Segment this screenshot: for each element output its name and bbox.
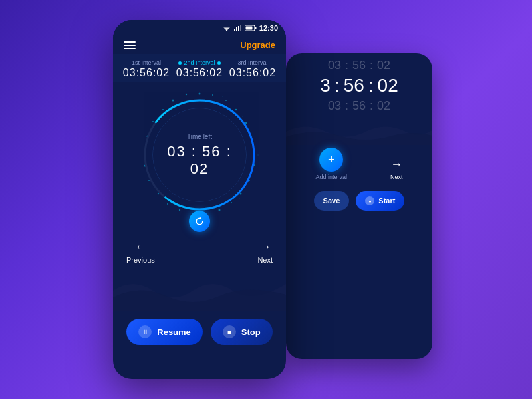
top-bar-front: Upgrade bbox=[113, 36, 286, 54]
resume-button[interactable]: ⏸ Resume bbox=[126, 319, 203, 345]
start-button[interactable]: ● Start bbox=[356, 191, 404, 211]
wave-area-back bbox=[286, 118, 432, 145]
pause-icon: ⏸ bbox=[138, 325, 152, 338]
svg-rect-9 bbox=[245, 27, 252, 30]
big-time-area: 03 : 56 : 02 3 : 56 : 02 03 : 56 : 02 bbox=[286, 53, 432, 118]
interval-2-label: 2nd Interval bbox=[173, 59, 226, 66]
svg-rect-3 bbox=[234, 29, 235, 31]
svg-point-30 bbox=[167, 203, 168, 205]
colon-top-2: : bbox=[370, 59, 373, 72]
svg-point-12 bbox=[186, 94, 187, 95]
refresh-button[interactable] bbox=[189, 211, 210, 232]
minutes-center: 56 bbox=[344, 75, 364, 96]
upgrade-button[interactable]: Upgrade bbox=[240, 40, 275, 50]
svg-point-14 bbox=[172, 100, 174, 102]
previous-label: Previous bbox=[126, 256, 155, 264]
next-nav[interactable]: → Next bbox=[257, 240, 273, 264]
interval-1[interactable]: 1st Interval 03:56:02 bbox=[120, 59, 173, 79]
next-label-back: Next bbox=[390, 174, 403, 180]
hours-bottom: 03 bbox=[328, 99, 341, 113]
next-label: Next bbox=[257, 256, 273, 264]
timer-display: 03 : 56 : 02 bbox=[166, 143, 233, 178]
add-next-row: + Add interval → Next bbox=[286, 145, 432, 186]
colon-center-2: : bbox=[368, 75, 374, 96]
status-bar-front: 12:30 bbox=[113, 20, 286, 36]
colon-center-1: : bbox=[334, 75, 340, 96]
svg-point-16 bbox=[162, 109, 164, 110]
timer-circle: Time left 03 : 56 : 02 bbox=[133, 88, 266, 221]
wave-area-front bbox=[113, 271, 286, 311]
minutes-bottom: 56 bbox=[352, 99, 366, 113]
svg-point-29 bbox=[231, 202, 232, 203]
stop-label: Stop bbox=[241, 327, 261, 337]
phone-front: 12:30 Upgrade 1st Interval 03:56:02 2nd … bbox=[113, 20, 286, 379]
svg-point-18 bbox=[152, 121, 154, 122]
interval-2[interactable]: 2nd Interval 03:56:02 bbox=[173, 59, 226, 79]
stop-button[interactable]: ■ Stop bbox=[211, 319, 273, 345]
svg-point-13 bbox=[225, 100, 227, 101]
svg-point-36 bbox=[242, 116, 243, 117]
hours-top: 03 bbox=[328, 59, 341, 72]
interval-2-time: 03:56:02 bbox=[173, 67, 226, 79]
start-dot-icon: ● bbox=[365, 196, 374, 205]
hamburger-menu[interactable] bbox=[124, 41, 136, 49]
resume-label: Resume bbox=[157, 327, 191, 337]
svg-point-15 bbox=[235, 109, 237, 110]
svg-point-31 bbox=[219, 209, 221, 211]
svg-rect-4 bbox=[236, 27, 237, 31]
timer-area: Time left 03 : 56 : 02 bbox=[113, 82, 286, 221]
start-label: Start bbox=[378, 197, 395, 205]
stop-icon: ■ bbox=[223, 325, 236, 338]
active-dot2 bbox=[217, 61, 221, 65]
right-arrow-icon: → bbox=[259, 240, 271, 254]
add-interval-label: Add interval bbox=[315, 174, 347, 180]
minutes-top: 56 bbox=[352, 59, 366, 72]
intervals-row: 1st Interval 03:56:02 2nd Interval 03:56… bbox=[113, 54, 286, 82]
previous-nav[interactable]: ← Previous bbox=[126, 240, 155, 264]
refresh-icon bbox=[194, 216, 205, 227]
svg-point-10 bbox=[199, 93, 201, 95]
timer-inner: Time left 03 : 56 : 02 bbox=[166, 133, 233, 178]
add-interval-col: + Add interval bbox=[315, 148, 347, 180]
hours-center: 3 bbox=[320, 75, 331, 96]
wave-svg bbox=[113, 271, 286, 311]
svg-rect-8 bbox=[255, 27, 256, 29]
bottom-buttons: ⏸ Resume ■ Stop bbox=[113, 311, 286, 356]
wave-svg-back bbox=[286, 118, 432, 145]
add-interval-button[interactable]: + bbox=[319, 148, 343, 172]
colon-bottom-2: : bbox=[370, 99, 373, 113]
svg-point-26 bbox=[148, 180, 150, 181]
svg-point-32 bbox=[179, 209, 180, 211]
save-button[interactable]: Save bbox=[314, 191, 350, 211]
time-row-bottom: 03 : 56 : 02 bbox=[293, 98, 426, 114]
svg-point-35 bbox=[222, 96, 223, 97]
wifi-icon bbox=[222, 25, 231, 31]
save-start-row: Save ● Start bbox=[286, 186, 432, 219]
interval-3-time: 03:56:02 bbox=[226, 67, 279, 79]
next-arrow-icon[interactable]: → bbox=[390, 158, 402, 172]
phone-back: 12:30 Upgrade 2nd Interval 03:56:02 3rd … bbox=[286, 53, 432, 359]
interval-1-time: 03:56:02 bbox=[120, 67, 173, 79]
colon-top-1: : bbox=[345, 59, 348, 72]
interval-1-label: 1st Interval bbox=[120, 59, 173, 66]
svg-rect-6 bbox=[240, 25, 241, 31]
status-time-front: 12:30 bbox=[259, 24, 278, 32]
svg-point-37 bbox=[257, 154, 259, 156]
svg-point-38 bbox=[239, 198, 240, 199]
colon-bottom-1: : bbox=[345, 99, 348, 113]
interval-3[interactable]: 3rd Interval 03:56:02 bbox=[226, 59, 279, 79]
svg-point-11 bbox=[212, 94, 213, 96]
next-col: → Next bbox=[390, 158, 403, 180]
interval-3-label: 3rd Interval bbox=[226, 59, 279, 66]
active-dot bbox=[178, 61, 182, 65]
seconds-center: 02 bbox=[378, 75, 398, 96]
time-row-center: 3 : 56 : 02 bbox=[293, 74, 426, 98]
signal-icon bbox=[234, 25, 242, 31]
time-row-top: 03 : 56 : 02 bbox=[293, 57, 426, 74]
battery-icon bbox=[245, 25, 257, 31]
svg-rect-5 bbox=[238, 26, 239, 31]
status-icons bbox=[222, 25, 257, 31]
seconds-top: 02 bbox=[377, 59, 390, 72]
left-arrow-icon: ← bbox=[134, 240, 146, 254]
timer-label: Time left bbox=[166, 133, 233, 140]
